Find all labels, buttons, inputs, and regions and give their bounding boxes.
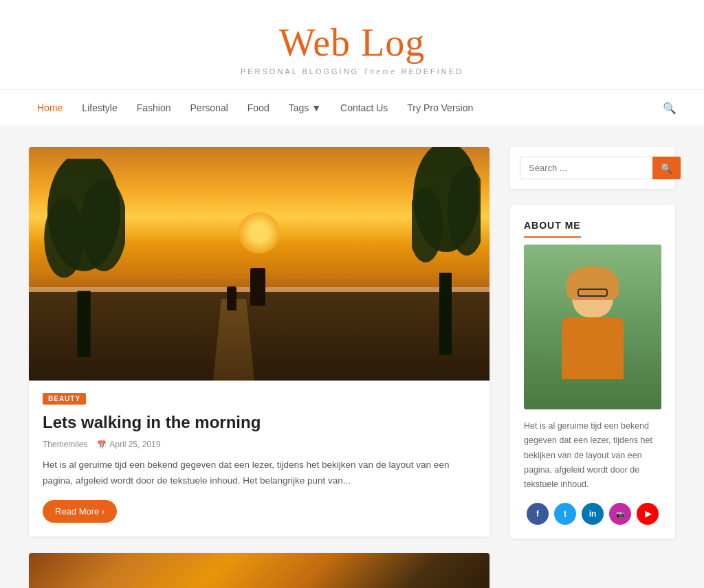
linkedin-icon[interactable]: in [582, 503, 604, 525]
person-glasses [578, 289, 608, 297]
post-image-wrapper [29, 147, 490, 381]
facebook-icon[interactable]: f [527, 503, 549, 525]
main-content: BEAUTY Lets walking in the morning Theme… [29, 147, 490, 588]
nav-links: Home Lifestyle Fashion Personal Food Tag… [28, 90, 483, 126]
post-card-2 [29, 553, 490, 588]
post-author: Thememiles [43, 440, 87, 449]
main-container: BEAUTY Lets walking in the morning Theme… [15, 126, 689, 588]
search-widget: 🔍 [510, 147, 675, 189]
tree-right-icon [412, 147, 481, 357]
post-body: BEAUTY Lets walking in the morning Theme… [29, 381, 490, 536]
nav-link-pro[interactable]: Try Pro Version [397, 90, 483, 126]
read-more-button[interactable]: Read More › [43, 500, 117, 523]
figure-child [227, 286, 236, 310]
twitter-icon[interactable]: t [554, 503, 576, 525]
post-date-text: April 25, 2019 [109, 440, 160, 449]
search-input[interactable] [520, 157, 652, 179]
widget-title: ABOUT ME [524, 220, 581, 238]
svg-point-2 [80, 179, 125, 271]
post-excerpt: Het is al geruime tijd een bekend gegeve… [43, 457, 476, 489]
svg-rect-7 [439, 273, 452, 355]
nav-item-home[interactable]: Home [28, 90, 72, 126]
subtitle-plain: PERSONAL BLOGGING [241, 67, 359, 76]
nav-link-contact[interactable]: Contact Us [331, 90, 397, 126]
nav-link-food[interactable]: Food [238, 90, 279, 126]
person-figure [548, 269, 637, 407]
site-navigation: Home Lifestyle Fashion Personal Food Tag… [0, 90, 704, 126]
nav-link-personal[interactable]: Personal [181, 90, 238, 126]
person-head [572, 269, 613, 317]
site-subtitle: PERSONAL BLOGGING Theme REDEFINED [14, 67, 690, 76]
nav-link-tags[interactable]: Tags ▼ [279, 90, 331, 126]
nav-link-fashion[interactable]: Fashion [127, 90, 181, 126]
instagram-icon[interactable]: 📷 [609, 503, 631, 525]
nav-item-food[interactable]: Food [238, 90, 279, 126]
nav-item-pro[interactable]: Try Pro Version [397, 90, 483, 126]
post-date: 📅 April 25, 2019 [97, 440, 160, 449]
post-meta: Thememiles 📅 April 25, 2019 [43, 440, 476, 449]
post-title: Lets walking in the morning [43, 411, 476, 433]
post-card-1: BEAUTY Lets walking in the morning Theme… [29, 147, 490, 536]
post-card-2-image [29, 553, 490, 588]
about-widget: ABOUT ME Het is al geruime tijd een beke… [510, 205, 675, 539]
svg-point-1 [44, 199, 84, 278]
post-featured-image [29, 147, 490, 381]
person-image [524, 245, 661, 409]
subtitle-after: REDEFINED [402, 67, 464, 76]
nav-item-fashion[interactable]: Fashion [127, 90, 181, 126]
person-body [562, 317, 624, 379]
sidebar: 🔍 ABOUT ME H [510, 147, 675, 555]
social-icons: f t in 📷 ▶ [524, 503, 661, 525]
about-title: ABOUT ME [524, 219, 661, 245]
tree-left-icon [43, 159, 125, 357]
about-text: Het is al geruime tijd een bekend gegeve… [524, 419, 661, 492]
site-header: Web Log PERSONAL BLOGGING Theme REDEFINE… [0, 0, 704, 90]
search-icon[interactable]: 🔍 [663, 102, 676, 115]
svg-rect-3 [77, 291, 90, 357]
calendar-icon: 📅 [97, 440, 107, 449]
figure-adult [250, 268, 265, 306]
about-photo [524, 245, 661, 409]
post-category-badge: BEAUTY [43, 393, 86, 405]
nav-link-home[interactable]: Home [28, 90, 72, 126]
nav-item-contact[interactable]: Contact Us [331, 90, 397, 126]
sunset-sun [239, 212, 280, 253]
nav-item-personal[interactable]: Personal [181, 90, 238, 126]
nav-link-lifestyle[interactable]: Lifestyle [72, 90, 126, 126]
search-button[interactable]: 🔍 [652, 157, 681, 179]
subtitle-italic: Theme [363, 67, 397, 76]
nav-item-tags[interactable]: Tags ▼ [279, 90, 331, 126]
youtube-icon[interactable]: ▶ [637, 503, 659, 525]
nav-item-lifestyle[interactable]: Lifestyle [72, 90, 126, 126]
site-title: Web Log [14, 21, 690, 65]
